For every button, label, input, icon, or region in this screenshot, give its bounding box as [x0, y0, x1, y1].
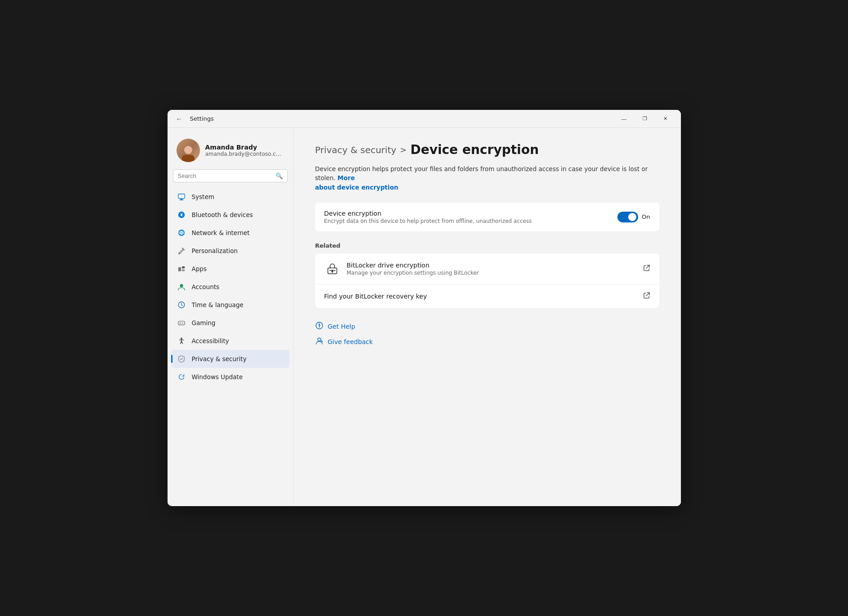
sidebar-item-personalization-label: Personalization [192, 247, 238, 254]
encryption-title: Device encryption [324, 210, 618, 217]
sidebar-item-privacy-label: Privacy & security [192, 355, 247, 362]
user-name: Amanda Brady [205, 144, 284, 151]
sidebar-item-network[interactable]: Network & internet [171, 224, 290, 242]
sidebar-item-update[interactable]: Windows Update [171, 368, 290, 386]
recovery-info: Find your BitLocker recovery key [324, 293, 643, 300]
main-content: Privacy & security > Device encryption D… [294, 128, 681, 506]
svg-rect-2 [179, 199, 183, 200]
apps-icon [177, 264, 186, 274]
titlebar-title: Settings [190, 115, 214, 122]
avatar-body [182, 155, 195, 162]
sidebar-item-system[interactable]: System [171, 188, 290, 206]
encryption-toggle[interactable] [617, 212, 638, 222]
avatar [177, 139, 200, 162]
sidebar-nav: System Bluetooth & devices [171, 188, 290, 386]
encryption-card: Device encryption Encrypt data on this d… [315, 203, 659, 231]
svg-point-22 [318, 323, 319, 324]
minimize-button[interactable]: — [614, 112, 634, 126]
avatar-head [184, 146, 192, 154]
svg-rect-9 [181, 269, 184, 272]
svg-rect-7 [178, 267, 181, 271]
bluetooth-icon [177, 210, 186, 220]
recovery-title: Find your BitLocker recovery key [324, 293, 643, 300]
sidebar-item-time-label: Time & language [192, 301, 244, 308]
search-input[interactable] [178, 172, 272, 179]
avatar-person [181, 143, 195, 162]
sidebar-item-system-label: System [192, 193, 214, 200]
encryption-row: Device encryption Encrypt data on this d… [315, 203, 659, 231]
sidebar-item-personalization[interactable]: Personalization [171, 242, 290, 260]
svg-rect-1 [180, 199, 182, 200]
svg-rect-19 [329, 270, 331, 271]
gaming-icon [177, 318, 186, 328]
maximize-button[interactable]: ❐ [635, 112, 655, 126]
bitlocker-info: BitLocker drive encryption Manage your e… [347, 262, 643, 276]
avatar-image [177, 139, 200, 162]
svg-point-23 [317, 338, 321, 341]
time-icon [177, 300, 186, 310]
content-area: Amanda Brady amanda.brady@contoso.com 🔍 [168, 128, 681, 506]
sidebar-item-network-label: Network & internet [192, 229, 250, 236]
breadcrumb-separator: > [400, 145, 407, 154]
bitlocker-icon [324, 261, 340, 277]
toggle-wrap: On [617, 212, 650, 222]
get-help-link[interactable]: Get Help [315, 319, 659, 334]
bitlocker-row[interactable]: BitLocker drive encryption Manage your e… [315, 254, 659, 285]
help-links: Get Help Give feedback [315, 319, 659, 349]
sidebar-item-apps-label: Apps [192, 265, 207, 272]
svg-rect-6 [178, 253, 180, 254]
sidebar-item-accounts-label: Accounts [192, 283, 220, 290]
back-button[interactable]: ← [173, 113, 186, 125]
svg-rect-0 [178, 194, 184, 199]
breadcrumb-current: Device encryption [410, 142, 539, 157]
more-about-link[interactable]: Moreabout device encryption [315, 174, 399, 190]
bitlocker-subtitle: Manage your encryption settings using Bi… [347, 270, 643, 276]
user-profile: Amanda Brady amanda.brady@contoso.com [171, 135, 290, 169]
search-box[interactable]: 🔍 [173, 169, 288, 182]
encryption-info: Device encryption Encrypt data on this d… [324, 210, 618, 224]
give-feedback-link[interactable]: Give feedback [315, 334, 659, 349]
svg-point-13 [182, 322, 183, 323]
network-icon [177, 228, 186, 238]
user-info: Amanda Brady amanda.brady@contoso.com [205, 144, 284, 157]
toggle-thumb [628, 213, 636, 221]
give-feedback-icon [315, 337, 323, 347]
sidebar-item-bluetooth[interactable]: Bluetooth & devices [171, 206, 290, 224]
give-feedback-label: Give feedback [328, 338, 373, 345]
sidebar: Amanda Brady amanda.brady@contoso.com 🔍 [168, 128, 294, 506]
sidebar-item-gaming[interactable]: Gaming [171, 314, 290, 332]
close-button[interactable]: ✕ [656, 112, 676, 126]
personalization-icon [177, 246, 186, 256]
get-help-icon [315, 322, 323, 331]
bitlocker-title: BitLocker drive encryption [347, 262, 643, 269]
svg-point-21 [316, 322, 322, 329]
sidebar-item-accessibility[interactable]: Accessibility [171, 332, 290, 350]
titlebar-left: ← Settings [173, 113, 214, 125]
titlebar-controls: — ❐ ✕ [614, 112, 676, 126]
encryption-subtitle: Encrypt data on this device to help prot… [324, 218, 618, 224]
accessibility-icon [177, 336, 186, 346]
svg-point-5 [181, 232, 182, 234]
related-label: Related [315, 242, 659, 249]
svg-point-14 [181, 323, 182, 324]
settings-window: ← Settings — ❐ ✕ [168, 110, 681, 506]
search-icon: 🔍 [276, 172, 283, 179]
breadcrumb: Privacy & security > Device encryption [315, 142, 659, 157]
sidebar-item-accounts[interactable]: Accounts [171, 278, 290, 296]
sidebar-item-accessibility-label: Accessibility [192, 337, 229, 344]
recovery-external-icon [643, 292, 650, 301]
recovery-row[interactable]: Find your BitLocker recovery key [315, 285, 659, 308]
svg-point-10 [180, 284, 183, 287]
breadcrumb-parent[interactable]: Privacy & security [315, 145, 397, 155]
sidebar-item-bluetooth-label: Bluetooth & devices [192, 211, 253, 218]
sidebar-item-privacy[interactable]: Privacy & security [171, 350, 290, 368]
bitlocker-external-icon [643, 264, 650, 273]
sidebar-item-update-label: Windows Update [192, 373, 243, 380]
svg-rect-20 [334, 270, 336, 271]
sidebar-item-time[interactable]: Time & language [171, 296, 290, 314]
user-email: amanda.brady@contoso.com [205, 151, 284, 157]
titlebar: ← Settings — ❐ ✕ [168, 110, 681, 128]
sidebar-item-apps[interactable]: Apps [171, 260, 290, 278]
svg-rect-12 [178, 321, 184, 325]
update-icon [177, 372, 186, 382]
